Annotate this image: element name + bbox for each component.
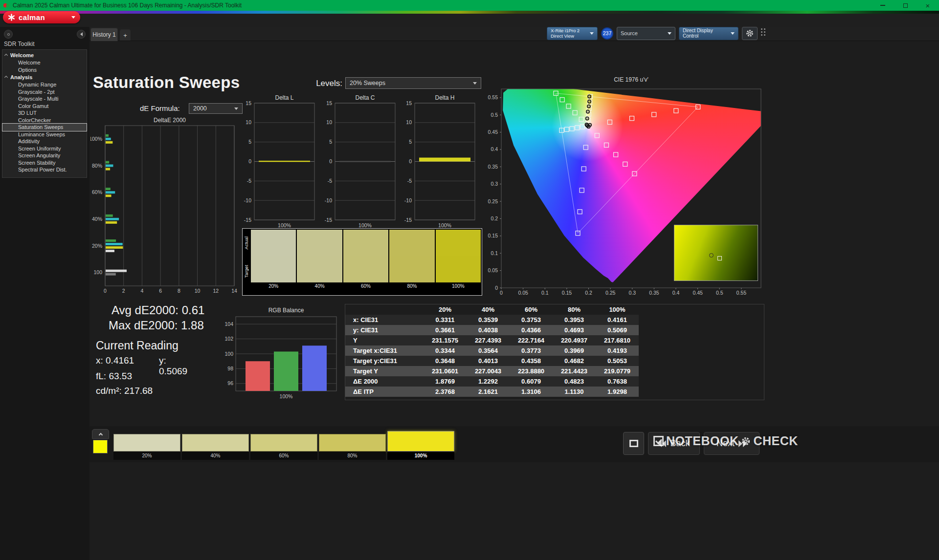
- tab-history-1[interactable]: History 1: [90, 28, 118, 41]
- sidebar-item-options[interactable]: Options: [2, 66, 87, 74]
- gear-icon: [745, 29, 754, 38]
- sidebar-item-color-gamut[interactable]: Color Gamut: [2, 103, 87, 110]
- sidebar-item-colorchecker[interactable]: ColorChecker: [2, 117, 87, 124]
- svg-text:-5: -5: [328, 178, 332, 184]
- add-tab-button[interactable]: +: [120, 29, 131, 41]
- sidebar-item-screen-stability[interactable]: Screen Stability: [2, 159, 87, 167]
- svg-text:0.15: 0.15: [562, 290, 572, 296]
- de-formula-value: 2000: [193, 105, 207, 112]
- next-button[interactable]: Next: [704, 432, 760, 455]
- sidebar-collapse-button[interactable]: [77, 30, 86, 39]
- sidebar-item-additivity[interactable]: Additivity: [2, 138, 87, 145]
- target-swatch: [389, 256, 434, 282]
- table-header-row: 20%40%60%80%100%: [345, 304, 639, 315]
- svg-text:0.05: 0.05: [518, 290, 528, 296]
- pattern-window-icon: [629, 440, 638, 447]
- tree-group-analysis[interactable]: Analysis: [2, 73, 87, 81]
- layout-grid-icon[interactable]: [761, 28, 767, 38]
- patch-label: 100%: [387, 452, 454, 460]
- display-control-label: Direct Display Control: [683, 28, 728, 39]
- sidebar-item-grayscale-multi[interactable]: Grayscale - Multi: [2, 95, 87, 103]
- svg-text:0.4: 0.4: [672, 290, 680, 296]
- chevron-down-icon: [234, 108, 238, 110]
- svg-text:12: 12: [213, 288, 219, 294]
- pattern-window-button[interactable]: [623, 432, 644, 455]
- settings-button[interactable]: [742, 27, 758, 40]
- svg-text:96: 96: [227, 380, 233, 386]
- chevron-down-icon: [668, 32, 671, 35]
- target-swatch: [251, 256, 296, 282]
- maximize-button[interactable]: [894, 0, 917, 11]
- svg-text:-10: -10: [244, 197, 251, 203]
- patch-label: 80%: [319, 452, 386, 460]
- de-formula-select[interactable]: 2000: [189, 103, 243, 114]
- svg-text:0: 0: [248, 158, 251, 164]
- pattern-collapse-button[interactable]: [92, 429, 109, 439]
- level-patch-row: 20%40%60%80%100%: [113, 431, 454, 460]
- measured-point-icon: [709, 253, 714, 258]
- skip-back-icon: [658, 440, 666, 447]
- tab-strip: [89, 27, 939, 41]
- cdm2-reading: cd/m²: 217.68: [96, 386, 153, 396]
- svg-text:0.45: 0.45: [488, 129, 498, 135]
- sidebar-item-grayscale-2pt[interactable]: Grayscale - 2pt: [2, 88, 87, 96]
- svg-text:2: 2: [122, 288, 125, 294]
- sidebar-item-welcome[interactable]: Welcome: [2, 59, 87, 66]
- sidebar-item-luminance-sweeps[interactable]: Luminance Sweeps: [2, 131, 87, 138]
- table-col-header: 80%: [553, 304, 596, 315]
- meter-dropdown[interactable]: X-Rite i1Pro 2 Direct View: [547, 27, 598, 40]
- sidebar-item-spectral-power-dist[interactable]: Spectral Power Dist.: [2, 166, 87, 173]
- actual-swatch: [251, 230, 296, 256]
- minimize-icon: [880, 5, 885, 6]
- patch-label: 40%: [182, 452, 249, 460]
- svg-text:0.35: 0.35: [488, 164, 498, 170]
- tree-group-welcome[interactable]: Welcome: [2, 51, 87, 59]
- svg-text:0.2: 0.2: [491, 215, 498, 221]
- svg-text:0: 0: [500, 290, 503, 296]
- sidebar-item-dynamic-range[interactable]: Dynamic Range: [2, 81, 87, 88]
- level-patch-20[interactable]: 20%: [113, 434, 180, 460]
- measurement-table-panel: 20%40%60%80%100%x: CIE310.33110.35390.37…: [345, 304, 764, 400]
- svg-text:6: 6: [159, 288, 162, 294]
- svg-text:0.55: 0.55: [737, 290, 747, 296]
- svg-text:0.3: 0.3: [628, 290, 636, 296]
- reading-count-badge: 237: [601, 27, 613, 40]
- chevron-down-icon: [590, 32, 594, 35]
- table-row-y-cie31: y: CIE310.36610.40380.43660.46930.5069: [345, 325, 639, 335]
- svg-text:0: 0: [104, 288, 107, 294]
- level-patch-80[interactable]: 80%: [319, 434, 386, 460]
- patch-swatch: [387, 431, 454, 452]
- calman-menu-button[interactable]: calman: [3, 11, 80, 23]
- minimize-button[interactable]: [872, 0, 894, 11]
- svg-text:10: 10: [406, 119, 412, 125]
- close-button[interactable]: ×: [917, 0, 939, 11]
- sidebar-options-button[interactable]: [4, 30, 13, 39]
- svg-text:80%: 80%: [92, 163, 102, 169]
- svg-text:98: 98: [227, 366, 233, 371]
- level-patch-40[interactable]: 40%: [182, 434, 249, 460]
- sidebar-item-screen-uniformity[interactable]: Screen Uniformity: [2, 145, 87, 152]
- actual-swatch: [343, 230, 388, 256]
- svg-text:0: 0: [409, 158, 412, 164]
- level-patch-60[interactable]: 60%: [250, 434, 317, 460]
- source-dropdown[interactable]: Source: [617, 27, 675, 40]
- sidebar-item-3d-lut[interactable]: 3D LUT: [2, 109, 87, 117]
- swatch-label: 60%: [343, 282, 388, 290]
- svg-text:-15: -15: [244, 217, 251, 223]
- sidebar-item-saturation-sweeps[interactable]: Saturation Sweeps: [2, 124, 87, 131]
- actual-row-label: Actual: [244, 237, 250, 249]
- swatch-column-40: 40%: [297, 230, 342, 294]
- patch-swatch: [113, 434, 180, 452]
- svg-text:0.4: 0.4: [491, 146, 498, 152]
- svg-text:0.25: 0.25: [605, 290, 616, 296]
- pattern-preview-swatch: [93, 440, 108, 453]
- svg-text:-5: -5: [407, 178, 412, 184]
- sidebar-item-screen-angularity[interactable]: Screen Angularity: [2, 152, 87, 159]
- levels-select[interactable]: 20% Sweeps: [345, 77, 481, 89]
- display-control-dropdown[interactable]: Direct Display Control: [679, 27, 738, 40]
- level-patch-100[interactable]: 100%: [387, 431, 454, 460]
- tree-group-label: Welcome: [10, 52, 34, 58]
- back-button[interactable]: Back: [648, 432, 700, 455]
- app-icon: [3, 2, 10, 9]
- patch-swatch: [250, 434, 317, 452]
